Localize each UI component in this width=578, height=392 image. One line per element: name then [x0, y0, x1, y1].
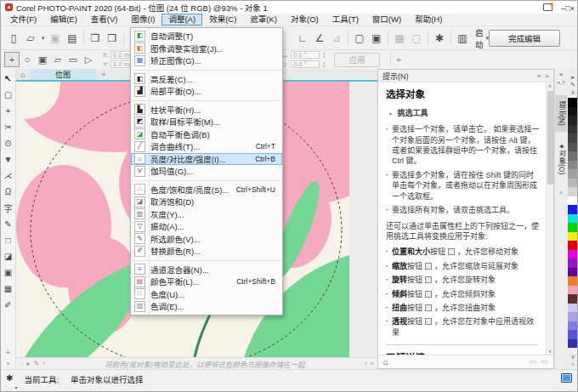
object-tool[interactable]: ▣: [2, 264, 15, 281]
menubar-item[interactable]: 文件(F): [3, 14, 43, 26]
palette-swatch[interactable]: [568, 250, 578, 259]
scroll-down-icon[interactable]: ∨: [548, 348, 552, 355]
status-gear-caret-icon[interactable]: ▾: [14, 384, 17, 392]
menu-item[interactable]: ✐ 替换颜色(R)...: [131, 245, 282, 258]
menu-item[interactable]: ▨ 色调(E)...: [131, 300, 282, 313]
forward-icon[interactable]: ⇨: [541, 357, 548, 366]
menubar-item[interactable]: 图像(I): [124, 14, 162, 26]
apply-button[interactable]: 应用: [334, 53, 380, 67]
skew-horizontal-field[interactable]: 0.0 °: [291, 51, 320, 59]
launch-menu[interactable]: 启动 ▾: [475, 26, 489, 50]
pen-icon[interactable]: ✎: [33, 360, 39, 367]
eyedropper-tool[interactable]: ▼: [2, 151, 15, 168]
rectangle-mask-tool[interactable]: ▢: [2, 87, 15, 103]
menu-item[interactable]: ▙ 柱状平衡(H)...: [131, 104, 282, 116]
mask-border-icon[interactable]: ▣: [368, 30, 385, 47]
menu-item[interactable]: [131, 67, 282, 71]
skew-vertical-field[interactable]: 0.0 °: [291, 60, 320, 68]
menu-item[interactable]: ╱ 调合曲线(T)... Ctrl+T: [131, 140, 282, 153]
palette-swatch[interactable]: [568, 339, 578, 349]
shape-tool[interactable]: □: [2, 232, 15, 248]
pick-tool[interactable]: ↖: [2, 71, 15, 87]
distort-button[interactable]: ▭: [65, 52, 81, 67]
palette-swatch[interactable]: [568, 321, 578, 331]
scrollbar-thumb[interactable]: [547, 91, 553, 185]
scroll-left-icon[interactable]: ‹: [42, 360, 45, 367]
menubar-item[interactable]: 查看(V): [84, 14, 125, 26]
menu-item[interactable]: V 伽玛值(G)...: [131, 165, 282, 178]
scale-button[interactable]: ▣: [35, 52, 50, 67]
close-docker-icon[interactable]: ×: [559, 71, 564, 80]
palette-swatch[interactable]: [568, 143, 578, 152]
add-button[interactable]: +: [394, 54, 403, 65]
scroll-up-icon[interactable]: ∧: [548, 82, 552, 89]
palette-swatch[interactable]: [568, 107, 578, 116]
guidelines-icon[interactable]: ∠: [311, 30, 328, 47]
menu-item[interactable]: ▤ 颜色平衡(L)... Ctrl+Shift+B: [131, 276, 282, 288]
whats-this-icon[interactable]: ↖?: [557, 80, 564, 90]
palette-swatch[interactable]: [568, 276, 578, 286]
menubar-item[interactable]: 帮助(H): [408, 14, 449, 26]
docker-tab-hints[interactable]: 提示(N): [555, 95, 567, 132]
mask-transform-tool[interactable]: +: [2, 103, 15, 119]
fill-tool[interactable]: ▦: [2, 281, 15, 297]
menubar-item[interactable]: 窗口(W): [366, 14, 408, 26]
new-tab-button[interactable]: +: [96, 70, 111, 79]
palette-swatch[interactable]: [568, 196, 578, 206]
dockers-icon[interactable]: ▥: [454, 30, 471, 47]
palette-swatch[interactable]: [568, 294, 578, 304]
grid-icon[interactable]: ▦: [391, 30, 408, 47]
mask-marquee-icon[interactable]: ▢: [351, 30, 368, 47]
hints-scrollbar[interactable]: ∧ ∨: [546, 82, 553, 355]
menu-item[interactable]: ◪ 自动平衡色调(B): [131, 128, 282, 141]
home-icon[interactable]: ⌂: [16, 71, 30, 79]
text-tool[interactable]: 字: [2, 200, 15, 216]
palette-swatch[interactable]: [568, 312, 578, 321]
palette-swatch[interactable]: [568, 179, 578, 188]
open-caret-icon[interactable]: ▾: [39, 30, 47, 47]
palette-swatch[interactable]: [568, 214, 578, 224]
separator[interactable]: [83, 31, 84, 45]
menu-item[interactable]: ◧ 图像调整实验室(J)...: [131, 43, 282, 55]
palette-swatch[interactable]: [568, 241, 578, 250]
play-icon[interactable]: ▸: [26, 360, 30, 367]
palette-swatch[interactable]: [568, 134, 578, 143]
spinner[interactable]: [321, 52, 327, 59]
palette-swatch[interactable]: [568, 223, 578, 232]
menu-item[interactable]: ▽ 振动(A)...: [131, 220, 282, 233]
palette-swatch[interactable]: [568, 151, 578, 161]
separator[interactable]: [388, 31, 388, 45]
separator[interactable]: [428, 31, 428, 45]
docker-tab-objects[interactable]: ◈对象(O): [555, 137, 567, 180]
back-icon[interactable]: ⇦: [529, 357, 536, 366]
skew-button[interactable]: ▱: [50, 52, 65, 67]
menubar-item[interactable]: 遮罩(K): [243, 14, 284, 26]
menubar-item[interactable]: 工具(T): [326, 14, 366, 26]
menu-item[interactable]: ▥ 灰度(Y)...: [131, 208, 282, 221]
grip-icon[interactable]: ∷: [20, 361, 23, 367]
menu-item[interactable]: ✎ 所选颜色(V)...: [131, 233, 282, 246]
magic-wand-tool[interactable]: ⋌: [2, 168, 15, 184]
menu-item[interactable]: ∴ 色度/饱和度/亮度(S)... Ctrl+Shift+U: [131, 184, 282, 196]
paint-tool[interactable]: ✎: [2, 216, 15, 232]
customize-toolbox-button[interactable]: +: [6, 348, 11, 357]
palette-swatch[interactable]: [568, 330, 578, 339]
finish-editing-button[interactable]: 完成编辑: [489, 30, 560, 47]
palette-swatch[interactable]: [568, 161, 578, 170]
clip-mask-icon[interactable]: ▢: [408, 30, 425, 47]
palette-scroll-up-icon[interactable]: ∧: [570, 89, 575, 97]
palette-scroll-down-icon[interactable]: ∨: [570, 354, 575, 361]
menubar-item[interactable]: 效果(C): [202, 14, 243, 26]
palette-overflow-icon[interactable]: »: [571, 361, 575, 367]
palette-swatch[interactable]: [568, 116, 578, 125]
palette-pen-icon[interactable]: ✎: [570, 82, 575, 89]
menu-item[interactable]: ◧ 自动调整(T): [131, 30, 282, 43]
perspective-button[interactable]: ▷: [81, 52, 96, 67]
menu-item[interactable]: [131, 178, 282, 181]
save-icon[interactable]: ▣: [47, 30, 64, 47]
palette-swatch[interactable]: [568, 232, 578, 241]
separator[interactable]: [450, 31, 451, 45]
menu-item[interactable]: ▟ 局部平衡(O)...: [131, 85, 282, 98]
palette-swatch[interactable]: [568, 98, 578, 107]
menu-item[interactable]: [131, 98, 282, 101]
